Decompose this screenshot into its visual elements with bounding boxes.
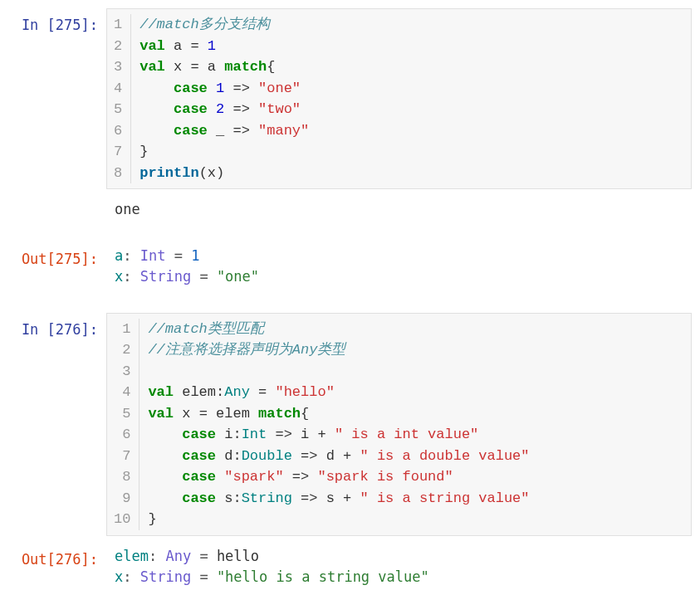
out-prompt: Out[275]: [8,242,106,291]
code-line: } [148,509,683,530]
in-prompt: In [276]: [8,313,106,536]
output-cell: Out[275]:a: Int = 1x: String = "one" [8,242,692,291]
code-area[interactable]: 12345678910//match类型匹配//注意将选择器声明为Any类型 v… [106,313,692,536]
code-line: case 1 => "one" [140,78,683,100]
code-line: case i:Int => i + " is a int value" [148,424,683,446]
stdout-text: one [106,196,692,224]
in-prompt: In [275]: [8,8,106,189]
output-cell: Out[276]:elem: Any = hellox: String = "h… [8,543,692,591]
code-lines: //match类型匹配//注意将选择器声明为Any类型 val elem:Any… [140,319,691,530]
code-line: val x = elem match{ [148,403,683,425]
line-gutter: 12345678910 [107,319,140,530]
code-line: case 2 => "two" [140,99,683,120]
result-line: x: String = "one" [115,266,692,288]
result-line: x: String = "hello is a string value" [115,567,692,588]
code-lines: //match多分支结构val a = 1val x = a match{ ca… [131,14,691,183]
code-line: } [140,141,683,163]
code-line: //match类型匹配 [148,319,683,340]
code-line: case s:String => s + " is a string value… [148,488,683,510]
code-area[interactable]: 12345678//match多分支结构val a = 1val x = a m… [106,8,692,189]
stdout-cell: one [8,196,692,236]
code-line: val a = 1 [140,36,683,57]
code-line: //match多分支结构 [140,14,683,36]
code-line: case "spark" => "spark is found" [148,466,683,488]
line-gutter: 12345678 [107,14,131,183]
code-line: val x = a match{ [140,56,683,78]
result-line: a: Int = 1 [115,246,692,267]
code-line: case d:Double => d + " is a double value… [148,446,683,467]
code-line: val elem:Any = "hello" [148,382,683,403]
result-line: elem: Any = hello [115,546,692,568]
code-line [148,361,683,383]
out-prompt: Out[276]: [8,543,106,591]
code-line: println(x) [140,163,683,184]
input-cell: In [275]:12345678//match多分支结构val a = 1va… [8,8,692,189]
input-cell: In [276]:12345678910//match类型匹配//注意将选择器声… [8,313,692,536]
result-area: elem: Any = hellox: String = "hello is a… [106,543,692,591]
result-area: a: Int = 1x: String = "one" [106,242,692,291]
code-line: case _ => "many" [140,120,683,142]
code-line: //注意将选择器声明为Any类型 [148,339,683,361]
